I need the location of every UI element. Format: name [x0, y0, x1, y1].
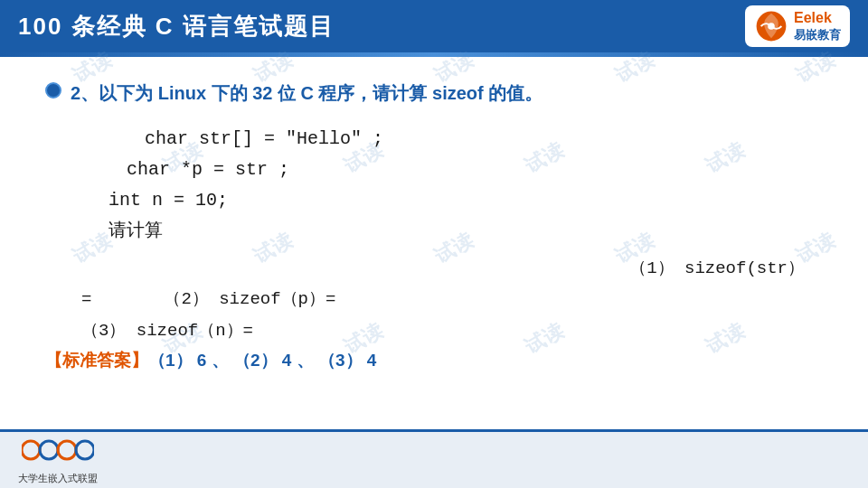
question-bullet	[45, 82, 61, 99]
answer-content: （1） 6 、 （2） 4 、 （3） 4	[148, 351, 376, 370]
code-line-2: char *p = str ;	[127, 155, 823, 185]
cccc-svg	[22, 436, 94, 465]
logo-text: Eelek 易嵌教育	[794, 9, 841, 43]
svg-point-5	[58, 441, 76, 459]
question-2: （2） sizeof（p）=	[164, 285, 335, 314]
logo-icon	[754, 9, 788, 43]
svg-point-4	[40, 441, 58, 459]
main-content: 2、以下为 Linux 下的 32 位 C 程序，请计算 sizeof 的值。 …	[0, 57, 868, 381]
cccc-logo	[22, 436, 94, 470]
answer-label: 【标准答案】	[45, 351, 148, 370]
question-3: （3） sizeof（n）=	[81, 316, 253, 345]
svg-point-3	[22, 441, 40, 459]
code-line-1: char str[] = "Hello" ;	[145, 124, 823, 155]
svg-point-6	[76, 441, 94, 459]
question-row: 2、以下为 Linux 下的 32 位 C 程序，请计算 sizeof 的值。	[45, 79, 823, 108]
page-title: 100 条经典 C 语言笔试题目	[18, 11, 335, 42]
brand-name: Eelek	[794, 9, 841, 28]
int-keyword: int	[108, 190, 141, 211]
header: 100 条经典 C 语言笔试题目 Eelek 易嵌教育	[0, 0, 868, 52]
question-text: 2、以下为 Linux 下的 32 位 C 程序，请计算 sizeof 的值。	[71, 79, 542, 108]
code-block: char str[] = "Hello" ; char *p = str ; i…	[72, 124, 823, 247]
footer: 大学生嵌入式联盟	[0, 429, 868, 488]
footer-logo: 大学生嵌入式联盟	[18, 436, 98, 485]
question-2-row: = （2） sizeof（p）=	[72, 285, 823, 314]
answer-row: 【标准答案】（1） 6 、 （2） 4 、 （3） 4	[45, 349, 823, 372]
footer-subtitle: 大学生嵌入式联盟	[18, 472, 98, 485]
eq-sign: =	[81, 285, 91, 314]
svg-point-2	[768, 23, 775, 30]
code-line-4: 请计算	[108, 216, 823, 247]
questions-area: （1） sizeof(str） = （2） sizeof（p）= （3） siz…	[72, 254, 823, 345]
question-3-row: （3） sizeof（n）=	[72, 316, 823, 345]
question-1: （1） sizeof(str）	[629, 254, 805, 283]
question-desc: 、以下为 Linux 下的 32 位 C 程序，请计算 sizeof 的值。	[80, 83, 542, 103]
code-line-3: int n = 10;	[108, 185, 823, 216]
logo-subtitle: 易嵌教育	[794, 28, 841, 43]
question-1-row: （1） sizeof(str）	[72, 254, 823, 283]
question-number: 2	[71, 83, 80, 103]
logo-area: Eelek 易嵌教育	[745, 5, 850, 47]
